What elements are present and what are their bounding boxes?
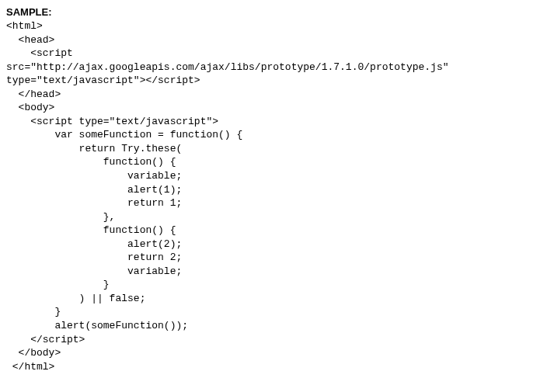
code-block: <html> <head> <script src="http://ajax.g… — [6, 19, 548, 373]
sample-heading: SAMPLE: — [6, 6, 548, 18]
